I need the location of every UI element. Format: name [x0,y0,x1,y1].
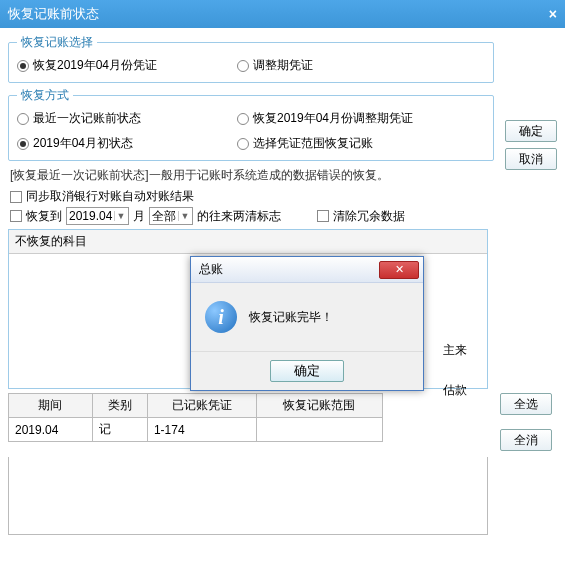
dialog-close-button[interactable]: ✕ [379,261,419,279]
list-item[interactable]: 主来 [443,340,467,360]
chevron-down-icon: ▼ [114,211,126,221]
period-combo[interactable]: 2019.04 ▼ [66,207,129,225]
radio-last-state-label: 最近一次记账前状态 [33,110,141,127]
restore-selection-group: 恢复记账选择 恢复2019年04月份凭证 调整期凭证 [8,34,494,83]
radio-restore-month-label: 恢复2019年04月份凭证 [33,57,157,74]
info-icon: i [205,301,237,333]
checkbox-restore-to[interactable] [10,210,22,222]
dialog-ok-button[interactable]: 确定 [270,360,344,382]
radio-select-range[interactable] [237,138,249,150]
group2-legend: 恢复方式 [17,87,73,104]
radio-adjust-period[interactable] [237,60,249,72]
help-text: [恢复最近一次记账前状态]一般用于记账时系统造成的数据错误的恢复。 [10,167,494,184]
table-row[interactable]: 2019.04 记 1-174 [9,418,383,442]
checkbox-clear-redundant[interactable] [317,210,329,222]
checkbox-sync-cancel-label: 同步取消银行对账自动对账结果 [26,188,194,205]
month-label: 月 [133,208,145,225]
th-range: 恢复记账范围 [256,394,382,418]
cancel-button[interactable]: 取消 [505,148,557,170]
th-posted: 已记账凭证 [147,394,256,418]
type-value: 全部 [152,208,176,225]
type-combo[interactable]: 全部 ▼ [149,207,193,225]
td-posted: 1-174 [147,418,256,442]
radio-select-range-label: 选择凭证范围恢复记账 [253,135,373,152]
radio-restore-month[interactable] [17,60,29,72]
restore-to-label: 恢复到 [26,208,62,225]
th-category: 类别 [92,394,147,418]
voucher-table: 期间 类别 已记账凭证 恢复记账范围 2019.04 记 1-174 [8,393,383,442]
table-empty-area [8,457,488,535]
radio-adjust-voucher-label: 恢复2019年04月份调整期凭证 [253,110,413,127]
dialog-message: 恢复记账完毕！ [249,309,333,326]
dialog-title: 总账 [199,261,223,278]
radio-month-begin-label: 2019年04月初状态 [33,135,133,152]
td-category: 记 [92,418,147,442]
listbox-header: 不恢复的科目 [9,230,487,254]
titlebar: 恢复记账前状态 × [0,0,565,28]
radio-last-state[interactable] [17,113,29,125]
select-all-button[interactable]: 全选 [500,393,552,415]
list-item[interactable] [443,360,467,380]
ok-button[interactable]: 确定 [505,120,557,142]
period-value: 2019.04 [69,209,112,223]
checkbox-sync-cancel[interactable] [10,191,22,203]
checkbox-clear-redundant-label: 清除冗余数据 [333,208,405,225]
radio-adjust-period-label: 调整期凭证 [253,57,313,74]
restore-method-group: 恢复方式 最近一次记账前状态 恢复2019年04月份调整期凭证 2019年04月… [8,87,494,161]
info-dialog: 总账 ✕ i 恢复记账完毕！ 确定 [190,256,424,391]
window-title: 恢复记账前状态 [8,5,99,23]
td-range [256,418,382,442]
td-period: 2019.04 [9,418,93,442]
th-period: 期间 [9,394,93,418]
radio-adjust-voucher[interactable] [237,113,249,125]
group1-legend: 恢复记账选择 [17,34,97,51]
list-item[interactable]: 估款 [443,380,467,400]
radio-month-begin[interactable] [17,138,29,150]
clear-flag-label: 的往来两清标志 [197,208,281,225]
close-icon[interactable]: × [549,6,557,22]
chevron-down-icon: ▼ [178,211,190,221]
select-none-button[interactable]: 全消 [500,429,552,451]
